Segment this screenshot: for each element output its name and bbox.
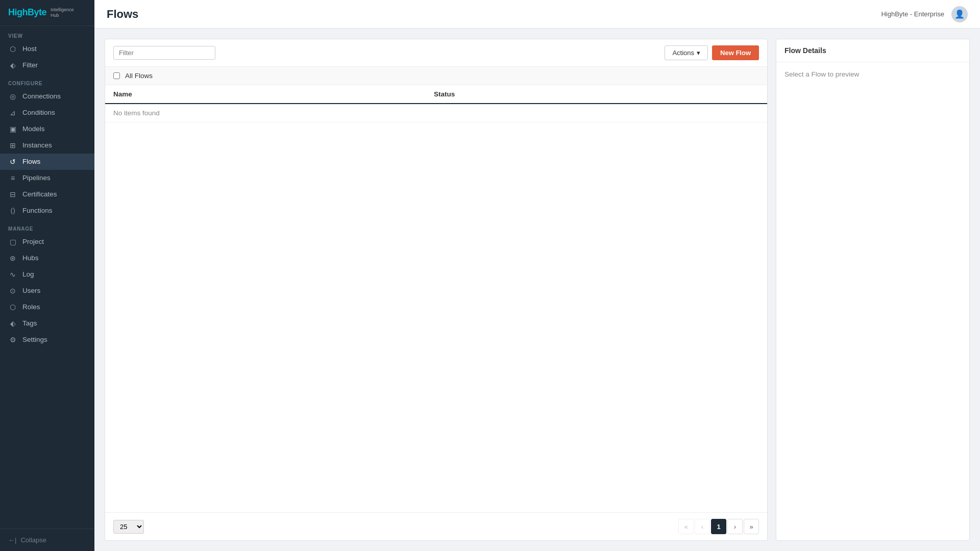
sidebar-item-label: Certificates (22, 190, 57, 198)
sidebar-item-pipelines[interactable]: ≡ Pipelines (0, 170, 94, 186)
details-panel: Flow Details Select a Flow to preview (776, 39, 970, 541)
flows-data-table: Name Status No items found (105, 85, 767, 122)
sidebar-item-label: Functions (22, 207, 53, 214)
sidebar-item-label: Roles (22, 303, 40, 311)
flows-table: Name Status No items found (105, 85, 767, 512)
filter-icon: ⬖ (8, 61, 17, 69)
manage-section-label: MANAGE (0, 219, 94, 234)
sidebar-item-label: Log (22, 270, 34, 278)
sidebar-item-instances[interactable]: ⊞ Instances (0, 137, 94, 154)
sidebar-item-label: Host (22, 45, 37, 53)
sidebar-item-label: Models (22, 125, 45, 133)
sidebar-item-label: Instances (22, 141, 52, 149)
all-flows-checkbox[interactable] (113, 72, 120, 79)
certificates-icon: ⊟ (8, 190, 17, 198)
collapse-icon: ←| (8, 536, 16, 544)
details-header: Flow Details (776, 39, 969, 62)
sidebar-item-label: Users (22, 287, 40, 294)
pagination-bar: 25 50 100 « ‹ 1 › » (105, 512, 767, 540)
functions-icon: ⟨⟩ (8, 207, 17, 215)
sidebar-item-label: Project (22, 238, 44, 245)
sidebar-item-label: Flows (22, 158, 40, 165)
host-icon: ⬡ (8, 45, 17, 53)
logo: HighByte Intelligence Hub (0, 0, 94, 26)
sidebar-item-label: Pipelines (22, 174, 51, 182)
collapse-label: Collapse (20, 536, 46, 544)
prev-page-button[interactable]: ‹ (695, 519, 710, 534)
actions-dropdown-icon: ▾ (697, 49, 700, 57)
sidebar-item-users[interactable]: ⊙ Users (0, 283, 94, 299)
all-flows-label: All Flows (125, 72, 153, 80)
log-icon: ∿ (8, 270, 17, 279)
next-page-button[interactable]: › (727, 519, 743, 534)
hubs-icon: ⊛ (8, 254, 17, 262)
flows-icon: ↺ (8, 158, 17, 166)
new-flow-button[interactable]: New Flow (712, 45, 759, 60)
sidebar-item-models[interactable]: ▣ Models (0, 121, 94, 137)
topbar-right: HighByte - Enterprise 👤 (881, 6, 968, 22)
sidebar-item-label: Tags (22, 319, 37, 327)
sidebar-item-roles[interactable]: ⬡ Roles (0, 299, 94, 315)
sidebar-item-label: Hubs (22, 254, 39, 262)
col-status: Status (426, 85, 767, 104)
sidebar: HighByte Intelligence Hub VIEW ⬡ Host ⬖ … (0, 0, 94, 551)
toolbar-right: Actions ▾ New Flow (665, 45, 759, 60)
sidebar-item-settings[interactable]: ⚙ Settings (0, 332, 94, 348)
logo-name: HighByte (8, 7, 46, 18)
users-icon: ⊙ (8, 287, 17, 295)
conditions-icon: ⊿ (8, 109, 17, 117)
first-page-button[interactable]: « (678, 519, 694, 534)
pagination-controls: « ‹ 1 › » (678, 519, 759, 534)
sidebar-item-functions[interactable]: ⟨⟩ Functions (0, 203, 94, 219)
roles-icon: ⬡ (8, 303, 17, 311)
connections-icon: ◎ (8, 92, 17, 101)
col-name: Name (105, 85, 426, 104)
flows-panel: Actions ▾ New Flow All Flows Name Status (105, 39, 768, 541)
sidebar-item-connections[interactable]: ◎ Connections (0, 88, 94, 105)
sidebar-item-hubs[interactable]: ⊛ Hubs (0, 250, 94, 266)
sidebar-item-certificates[interactable]: ⊟ Certificates (0, 186, 94, 203)
sidebar-item-project[interactable]: ▢ Project (0, 234, 94, 250)
main-area: Flows HighByte - Enterprise 👤 Actions ▾ … (94, 0, 980, 551)
table-row-empty: No items found (105, 104, 767, 122)
sidebar-item-label: Connections (22, 92, 61, 100)
page-1-button[interactable]: 1 (711, 519, 726, 534)
logo-sub: Intelligence Hub (51, 7, 74, 18)
avatar[interactable]: 👤 (951, 6, 968, 22)
instances-icon: ⊞ (8, 141, 17, 149)
collapse-button[interactable]: ←| Collapse (0, 529, 94, 551)
user-label: HighByte - Enterprise (881, 10, 944, 18)
settings-icon: ⚙ (8, 336, 17, 344)
pipelines-icon: ≡ (8, 174, 17, 182)
tags-icon: ⬖ (8, 319, 17, 328)
sidebar-item-filter[interactable]: ⬖ Filter (0, 57, 94, 73)
flows-toolbar: Actions ▾ New Flow (105, 39, 767, 67)
content-area: Actions ▾ New Flow All Flows Name Status (94, 29, 980, 551)
last-page-button[interactable]: » (744, 519, 759, 534)
sidebar-item-label: Conditions (22, 109, 55, 116)
sidebar-item-label: Settings (22, 336, 47, 343)
models-icon: ▣ (8, 125, 17, 133)
sidebar-item-tags[interactable]: ⬖ Tags (0, 315, 94, 332)
configure-section-label: CONFIGURE (0, 73, 94, 88)
sidebar-item-host[interactable]: ⬡ Host (0, 41, 94, 57)
actions-button[interactable]: Actions ▾ (665, 45, 708, 60)
filter-input[interactable] (113, 46, 215, 60)
page-size-select: 25 50 100 (113, 520, 144, 534)
topbar: Flows HighByte - Enterprise 👤 (94, 0, 980, 29)
sidebar-item-flows[interactable]: ↺ Flows (0, 154, 94, 170)
details-preview-text: Select a Flow to preview (776, 62, 969, 86)
page-title: Flows (107, 8, 138, 21)
no-items-text: No items found (105, 104, 767, 122)
sidebar-item-log[interactable]: ∿ Log (0, 266, 94, 283)
view-section-label: VIEW (0, 26, 94, 41)
sidebar-item-conditions[interactable]: ⊿ Conditions (0, 105, 94, 121)
project-icon: ▢ (8, 238, 17, 246)
page-size-dropdown[interactable]: 25 50 100 (113, 520, 144, 534)
all-flows-row: All Flows (105, 67, 767, 85)
sidebar-item-label: Filter (22, 61, 38, 69)
